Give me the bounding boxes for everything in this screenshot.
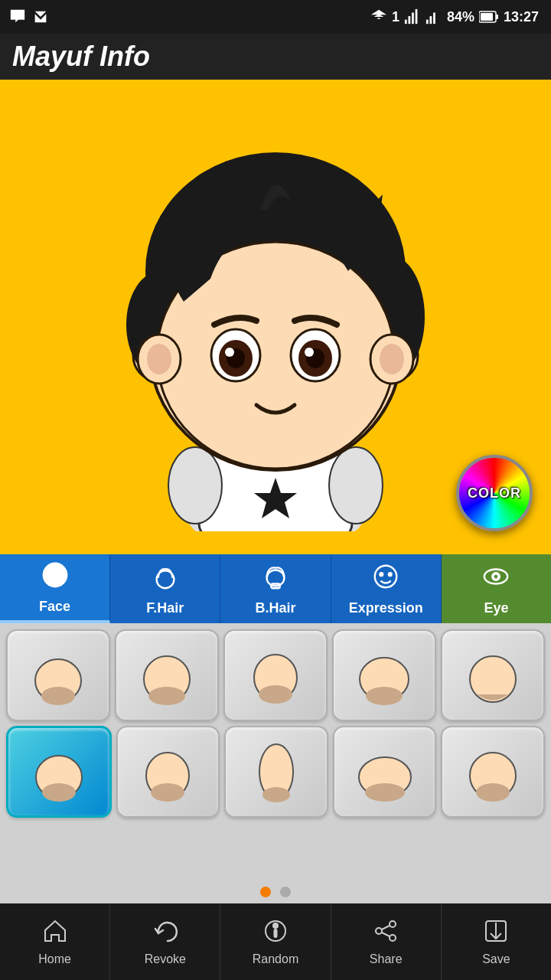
svg-point-70 (376, 928, 382, 934)
face-cell-2[interactable] (115, 629, 219, 721)
svg-point-57 (42, 783, 76, 802)
svg-line-72 (382, 926, 390, 929)
svg-point-32 (225, 348, 234, 357)
svg-point-48 (41, 687, 75, 705)
svg-point-26 (147, 344, 171, 374)
svg-point-65 (476, 783, 510, 802)
tab-fhair-label: F.Hair (146, 600, 184, 616)
face-row-1 (6, 629, 545, 721)
tab-face[interactable]: Face (0, 554, 110, 623)
color-button[interactable]: COLOR (456, 455, 533, 531)
save-icon (483, 918, 509, 949)
app-title: Mayuf Info (12, 41, 150, 73)
svg-point-37 (43, 563, 66, 586)
nav-save-label: Save (482, 952, 510, 966)
tab-bhair-label: B.Hair (256, 600, 296, 616)
tab-bhair[interactable]: B.Hair (220, 554, 331, 623)
pagination-dot-2[interactable] (280, 887, 291, 897)
svg-rect-1 (408, 16, 410, 24)
expression-icon (371, 562, 400, 597)
face-cell-10[interactable] (441, 726, 545, 818)
random-icon (262, 918, 289, 949)
svg-point-36 (305, 348, 314, 357)
face-cell-5[interactable] (441, 629, 545, 721)
svg-rect-9 (481, 13, 493, 21)
nav-save[interactable]: Save (442, 903, 551, 980)
tab-expression[interactable]: Expression (331, 554, 442, 623)
tab-eye-label: Eye (484, 600, 508, 616)
svg-point-41 (375, 565, 397, 587)
face-cell-1[interactable] (6, 629, 110, 721)
face-grid (0, 623, 551, 882)
face-cell-7[interactable] (116, 726, 220, 818)
svg-point-50 (148, 687, 185, 705)
face-cell-8[interactable] (224, 726, 328, 818)
nav-random-label: Random (253, 952, 298, 966)
time: 13:27 (504, 9, 539, 25)
nav-share-label: Share (370, 952, 403, 966)
app-header: Mayuf Info (0, 34, 551, 80)
tab-bar: Face F.Hair B.Hair (0, 554, 551, 623)
share-icon (373, 918, 399, 949)
bottom-nav: Home Revoke Random (0, 903, 551, 980)
tab-fhair[interactable]: F.Hair (110, 554, 220, 623)
svg-point-13 (168, 447, 222, 524)
svg-point-67 (273, 923, 278, 928)
svg-rect-3 (416, 9, 418, 24)
face-cell-4[interactable] (332, 629, 436, 721)
nav-home[interactable]: Home (0, 903, 110, 980)
color-button-label: COLOR (468, 485, 521, 501)
svg-point-61 (262, 787, 290, 802)
svg-line-73 (382, 933, 390, 936)
svg-rect-2 (412, 13, 414, 24)
face-cell-6[interactable] (6, 726, 112, 818)
avatar-area: COLOR (0, 80, 551, 554)
tab-expression-label: Expression (349, 600, 423, 616)
eye-icon (481, 562, 510, 597)
battery-level: 84% (447, 9, 474, 25)
face-cell-9[interactable] (333, 726, 437, 818)
pagination (0, 882, 551, 903)
face-icon (41, 560, 70, 596)
status-right-info: 1 84% 13:27 (370, 8, 539, 25)
svg-point-46 (494, 574, 498, 578)
svg-point-52 (259, 685, 292, 704)
home-icon (42, 918, 68, 949)
svg-rect-5 (429, 16, 432, 24)
svg-rect-4 (426, 20, 429, 24)
nav-random[interactable]: Random (220, 903, 331, 980)
sim-indicator: 1 (392, 9, 399, 25)
svg-point-14 (329, 447, 383, 524)
tab-eye[interactable]: Eye (442, 554, 551, 623)
nav-revoke[interactable]: Revoke (110, 903, 220, 980)
fhair-icon (151, 562, 180, 597)
tab-face-label: Face (39, 599, 70, 615)
nav-share[interactable]: Share (331, 903, 442, 980)
svg-rect-0 (405, 20, 407, 24)
svg-point-42 (380, 573, 383, 576)
svg-point-59 (151, 783, 184, 802)
avatar-container (122, 103, 429, 531)
face-row-2 (6, 726, 545, 818)
svg-rect-8 (496, 15, 498, 19)
svg-point-69 (390, 921, 396, 927)
bhair-icon (261, 562, 290, 597)
svg-point-71 (390, 935, 396, 941)
svg-point-28 (380, 344, 404, 374)
svg-rect-68 (275, 929, 277, 937)
status-bar: 1 84% 13:27 (0, 0, 551, 34)
svg-point-54 (366, 687, 403, 705)
svg-point-43 (389, 573, 392, 576)
svg-rect-6 (433, 13, 435, 24)
face-cell-3[interactable] (223, 629, 328, 721)
pagination-dot-1[interactable] (260, 887, 271, 897)
revoke-icon (152, 918, 178, 949)
nav-revoke-label: Revoke (145, 952, 186, 966)
svg-point-63 (365, 783, 405, 802)
status-left-icons (9, 8, 49, 25)
nav-home-label: Home (38, 952, 71, 966)
